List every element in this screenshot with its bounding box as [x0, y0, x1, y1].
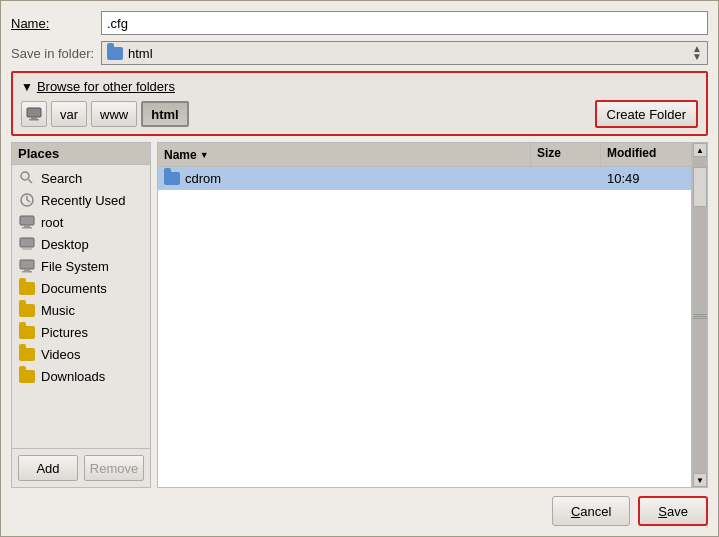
svg-rect-15 [22, 271, 32, 273]
places-label-videos: Videos [41, 347, 81, 362]
scroll-up-btn[interactable]: ▲ [693, 143, 707, 157]
svg-rect-11 [20, 238, 34, 247]
documents-icon [18, 279, 36, 297]
browse-row: var www html Create Folder [21, 100, 698, 128]
browse-header: ▼ Browse for other folders [21, 79, 698, 94]
places-item-pictures[interactable]: Pictures [12, 321, 150, 343]
main-area: Places Search Recently Used [11, 142, 708, 488]
file-modified-cell: 10:49 [601, 169, 691, 188]
places-item-filesystem[interactable]: File System [12, 255, 150, 277]
col-name-header[interactable]: Name ▼ [158, 143, 531, 166]
name-input[interactable] [101, 11, 708, 35]
col-modified-header[interactable]: Modified [601, 143, 691, 166]
root-icon-btn[interactable] [21, 101, 47, 127]
combo-arrow-icon: ▲▼ [692, 45, 702, 61]
vertical-scrollbar[interactable]: ▲ ▼ [692, 142, 708, 488]
places-panel: Places Search Recently Used [11, 142, 151, 488]
svg-rect-9 [24, 225, 30, 227]
svg-line-4 [29, 180, 33, 184]
files-header: Name ▼ Size Modified [158, 143, 691, 167]
path-btn-var[interactable]: var [51, 101, 87, 127]
videos-icon [18, 345, 36, 363]
places-label-documents: Documents [41, 281, 107, 296]
places-item-videos[interactable]: Videos [12, 343, 150, 365]
scroll-thumb[interactable] [693, 167, 707, 207]
cancel-button[interactable]: Cancel [552, 496, 630, 526]
places-item-desktop[interactable]: Desktop [12, 233, 150, 255]
name-label: Name: [11, 16, 101, 31]
files-list: cdrom 10:49 [158, 167, 691, 487]
root-icon [18, 213, 36, 231]
scroll-down-btn[interactable]: ▼ [693, 473, 707, 487]
add-button[interactable]: Add [18, 455, 78, 481]
save-underline: S [658, 504, 667, 519]
save-in-combo[interactable]: html ▲▼ [101, 41, 708, 65]
places-item-recently-used[interactable]: Recently Used [12, 189, 150, 211]
places-label-pictures: Pictures [41, 325, 88, 340]
places-label-filesystem: File System [41, 259, 109, 274]
create-folder-button[interactable]: Create Folder [595, 100, 698, 128]
svg-rect-13 [20, 260, 34, 269]
path-btn-www[interactable]: www [91, 101, 137, 127]
scroll-track[interactable] [693, 157, 707, 473]
places-label-recently-used: Recently Used [41, 193, 126, 208]
places-label-root: root [41, 215, 63, 230]
col-size-header[interactable]: Size [531, 143, 601, 166]
desktop-icon [18, 235, 36, 253]
path-buttons: var www html [21, 101, 189, 127]
file-name-cell: cdrom [158, 169, 531, 188]
svg-rect-1 [31, 117, 37, 119]
places-label-downloads: Downloads [41, 369, 105, 384]
svg-rect-14 [24, 269, 30, 271]
places-item-music[interactable]: Music [12, 299, 150, 321]
recently-used-icon [18, 191, 36, 209]
svg-point-3 [21, 172, 29, 180]
search-icon [18, 169, 36, 187]
remove-button[interactable]: Remove [84, 455, 144, 481]
folder-icon [107, 47, 123, 60]
save-in-label: Save in folder: [11, 46, 101, 61]
places-label-desktop: Desktop [41, 237, 89, 252]
path-btn-html[interactable]: html [141, 101, 188, 127]
dialog-footer: Cancel Save [11, 488, 708, 526]
files-area: Name ▼ Size Modified cdrom [157, 142, 708, 488]
save-button[interactable]: Save [638, 496, 708, 526]
svg-rect-12 [22, 248, 32, 250]
places-label-search: Search [41, 171, 82, 186]
table-row[interactable]: cdrom 10:49 [158, 167, 691, 190]
filesystem-icon [18, 257, 36, 275]
browse-title: Browse for other folders [37, 79, 175, 94]
browse-arrow-icon: ▼ [21, 80, 33, 94]
computer-icon [26, 107, 42, 121]
svg-rect-10 [22, 227, 32, 229]
file-size-cell [531, 177, 601, 181]
svg-rect-0 [27, 108, 41, 117]
places-item-search[interactable]: Search [12, 167, 150, 189]
places-item-downloads[interactable]: Downloads [12, 365, 150, 387]
pictures-icon [18, 323, 36, 341]
files-panel: Name ▼ Size Modified cdrom [157, 142, 692, 488]
svg-line-7 [27, 200, 30, 202]
music-icon [18, 301, 36, 319]
folder-blue-icon [164, 172, 180, 185]
places-label-music: Music [41, 303, 75, 318]
cancel-underline: C [571, 504, 580, 519]
places-header: Places [12, 143, 150, 165]
name-label-text: Name: [11, 16, 49, 31]
downloads-icon [18, 367, 36, 385]
svg-rect-8 [20, 216, 34, 225]
places-item-documents[interactable]: Documents [12, 277, 150, 299]
save-file-dialog: Name: Save in folder: html ▲▼ ▼ Browse f… [0, 0, 719, 537]
places-list: Search Recently Used root [12, 165, 150, 448]
places-bottom: Add Remove [12, 448, 150, 487]
svg-rect-2 [29, 119, 39, 121]
save-in-value: html [128, 46, 153, 61]
sort-arrow-icon: ▼ [200, 150, 209, 160]
places-item-root[interactable]: root [12, 211, 150, 233]
save-in-row: Save in folder: html ▲▼ [11, 41, 708, 65]
browse-section: ▼ Browse for other folders var www html … [11, 71, 708, 136]
name-row: Name: [11, 11, 708, 35]
